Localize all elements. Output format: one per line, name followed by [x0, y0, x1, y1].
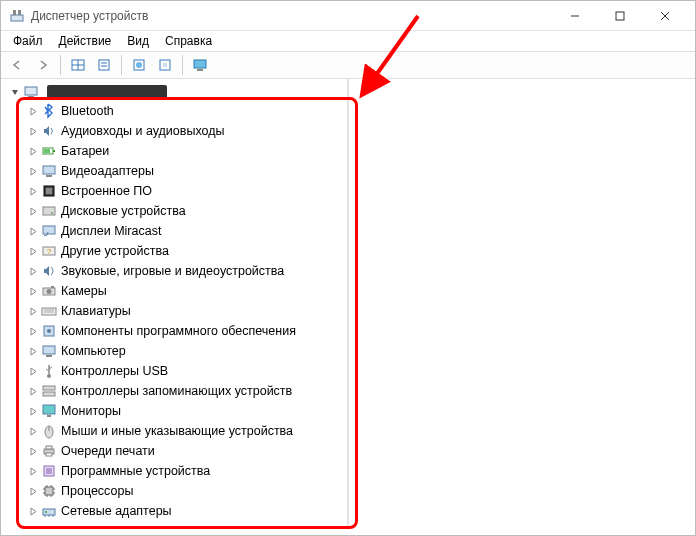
toolbar-separator — [121, 55, 122, 75]
tree-item[interactable]: Дисковые устройства — [5, 201, 347, 221]
expander-icon[interactable] — [27, 327, 39, 336]
svg-rect-21 — [53, 150, 55, 152]
expander-icon[interactable] — [27, 307, 39, 316]
tree-item[interactable]: Очереди печати — [5, 441, 347, 461]
svg-point-14 — [136, 62, 142, 68]
expander-icon[interactable] — [27, 127, 39, 136]
tree-item-label: Процессоры — [61, 484, 133, 498]
menu-file[interactable]: Файл — [5, 32, 51, 50]
firmware-icon — [41, 183, 57, 199]
expander-icon[interactable] — [27, 247, 39, 256]
expander-icon[interactable] — [27, 227, 39, 236]
tree-item[interactable]: Компоненты программного обеспечения — [5, 321, 347, 341]
tree-item-label: Bluetooth — [61, 104, 114, 118]
tree-item-label: Видеоадаптеры — [61, 164, 154, 178]
tree-item[interactable]: Камеры — [5, 281, 347, 301]
tree-item[interactable]: Мыши и иные указывающие устройства — [5, 421, 347, 441]
toolbar-separator — [60, 55, 61, 75]
expander-icon[interactable] — [27, 107, 39, 116]
tree-item[interactable]: Видеоадаптеры — [5, 161, 347, 181]
tree-item[interactable]: ?Другие устройства — [5, 241, 347, 261]
mouse-icon — [41, 423, 57, 439]
properties-button[interactable] — [92, 54, 116, 76]
maximize-button[interactable] — [597, 2, 642, 30]
back-button[interactable] — [5, 54, 29, 76]
tree-item[interactable]: Клавиатуры — [5, 301, 347, 321]
root-node[interactable] — [5, 83, 347, 101]
device-tree-pane[interactable]: BluetoothАудиовходы и аудиовыходыБатареи… — [1, 79, 349, 527]
tree-item[interactable]: Встроенное ПО — [5, 181, 347, 201]
expander-icon[interactable] — [27, 167, 39, 176]
tree-item[interactable]: Дисплеи Miracast — [5, 221, 347, 241]
tree-item-label: Дисплеи Miracast — [61, 224, 161, 238]
minimize-button[interactable] — [552, 2, 597, 30]
expander-icon[interactable] — [27, 347, 39, 356]
close-button[interactable] — [642, 2, 687, 30]
bluetooth-icon — [41, 103, 57, 119]
sound-icon — [41, 263, 57, 279]
svg-rect-27 — [43, 207, 55, 215]
svg-rect-2 — [18, 10, 21, 15]
svg-point-68 — [45, 511, 47, 513]
tree-item[interactable]: Bluetooth — [5, 101, 347, 121]
svg-rect-17 — [197, 69, 203, 71]
tree-item[interactable]: Аудиовходы и аудиовыходы — [5, 121, 347, 141]
tree-item[interactable]: Батареи — [5, 141, 347, 161]
tree-item[interactable]: Сетевые адаптеры — [5, 501, 347, 521]
show-hidden-button[interactable] — [66, 54, 90, 76]
forward-button[interactable] — [31, 54, 55, 76]
miracast-icon — [41, 223, 57, 239]
statusbar — [1, 527, 695, 535]
expander-icon[interactable] — [27, 487, 39, 496]
svg-rect-26 — [46, 188, 52, 194]
tree-item-label: Контроллеры запоминающих устройств — [61, 384, 292, 398]
expander-icon[interactable] — [27, 207, 39, 216]
svg-text:?: ? — [47, 247, 52, 256]
software-dev-icon — [41, 463, 57, 479]
svg-rect-55 — [45, 487, 53, 495]
expander-icon[interactable] — [27, 407, 39, 416]
tree-item[interactable]: Звуковые, игровые и видеоустройства — [5, 261, 347, 281]
tree-item[interactable]: Компьютер — [5, 341, 347, 361]
svg-rect-40 — [43, 346, 55, 354]
svg-rect-10 — [99, 60, 109, 70]
keyboard-icon — [41, 303, 57, 319]
expander-icon[interactable] — [9, 88, 21, 97]
tree-item-label: Мониторы — [61, 404, 121, 418]
menu-view[interactable]: Вид — [119, 32, 157, 50]
window-title: Диспетчер устройств — [31, 9, 552, 23]
svg-rect-46 — [43, 405, 55, 414]
expander-icon[interactable] — [27, 447, 39, 456]
tree-item[interactable]: Программные устройства — [5, 461, 347, 481]
svg-point-28 — [51, 212, 53, 214]
tree-item-label: Другие устройства — [61, 244, 169, 258]
svg-rect-54 — [46, 468, 52, 474]
menu-action[interactable]: Действие — [51, 32, 120, 50]
scan-button[interactable] — [153, 54, 177, 76]
expander-icon[interactable] — [27, 387, 39, 396]
expander-icon[interactable] — [27, 507, 39, 516]
root-label-redacted — [47, 85, 167, 99]
computer-button[interactable] — [188, 54, 212, 76]
svg-rect-64 — [43, 509, 55, 515]
audio-icon — [41, 123, 57, 139]
expander-icon[interactable] — [27, 427, 39, 436]
tree-item[interactable]: Процессоры — [5, 481, 347, 501]
app-icon — [9, 8, 25, 24]
menu-help[interactable]: Справка — [157, 32, 220, 50]
svg-rect-47 — [47, 415, 51, 417]
expander-icon[interactable] — [27, 467, 39, 476]
printer-icon — [41, 443, 57, 459]
window-controls — [552, 2, 687, 30]
tree-item-label: Программные устройства — [61, 464, 210, 478]
expander-icon[interactable] — [27, 367, 39, 376]
expander-icon[interactable] — [27, 187, 39, 196]
tree-item-label: Контроллеры USB — [61, 364, 168, 378]
expander-icon[interactable] — [27, 147, 39, 156]
tree-item[interactable]: Контроллеры USB — [5, 361, 347, 381]
tree-item[interactable]: Контроллеры запоминающих устройств — [5, 381, 347, 401]
tree-item[interactable]: Мониторы — [5, 401, 347, 421]
help-button[interactable] — [127, 54, 151, 76]
expander-icon[interactable] — [27, 267, 39, 276]
expander-icon[interactable] — [27, 287, 39, 296]
